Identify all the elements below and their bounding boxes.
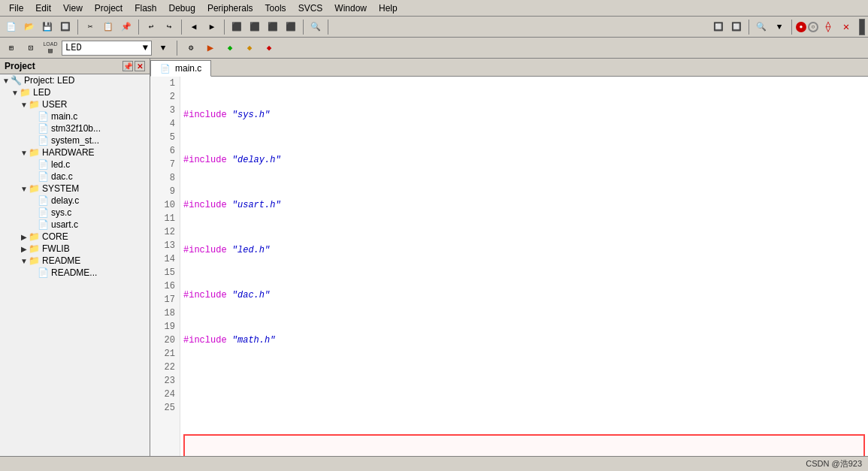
sys-c-icon: 📄	[38, 207, 49, 218]
tb-indent[interactable]: ⬛	[228, 19, 245, 35]
toolbar1: 📄 📂 💾 🔲 ✂ 📋 📌 ↩ ↪ ◀ ▶ ⬛ ⬛ ⬛ ⬛ 🔍 🔲 🔲 🔍 ▼ …	[0, 17, 868, 38]
tree-user-folder[interactable]: ▼ 📁 USER	[0, 98, 150, 110]
menu-edit[interactable]: Edit	[29, 2, 57, 15]
tb-paste[interactable]: 📌	[118, 19, 135, 35]
tb2-diamond2[interactable]: ◆	[241, 40, 258, 56]
tb-r4[interactable]: ▼	[771, 19, 788, 35]
toggle-user: ▼	[20, 101, 29, 109]
tb-redo[interactable]: ↪	[161, 19, 177, 35]
tb-undo[interactable]: ↩	[143, 19, 159, 35]
tb-r6[interactable]: ○	[808, 22, 818, 32]
tree-core-folder[interactable]: ▶ 📁 CORE	[0, 231, 150, 243]
tree-readme-folder[interactable]: ▼ 📁 README	[0, 255, 150, 267]
sidebar-titlebar: Project 📌 ✕	[0, 59, 150, 74]
sidebar-pin-icon[interactable]: 📌	[122, 61, 133, 71]
code-line-4: #include "led.h"	[183, 243, 865, 257]
project-dropdown[interactable]: LED ▼	[62, 41, 152, 56]
tree-readme-file[interactable]: 📄 README...	[0, 267, 150, 279]
menu-file[interactable]: File	[3, 2, 29, 15]
menu-svcs[interactable]: SVCS	[292, 2, 329, 15]
tb2-target[interactable]: ⊡	[23, 40, 39, 56]
menu-tools[interactable]: Tools	[259, 2, 292, 15]
code-line-1: #include "sys.h"	[183, 108, 865, 122]
tb-r1[interactable]: 🔲	[710, 19, 727, 35]
ln-11: 11	[155, 212, 175, 225]
tb-r5[interactable]: ●	[796, 22, 806, 32]
toggle-fwlib: ▶	[20, 245, 29, 253]
tb-r8[interactable]: ✕	[838, 19, 854, 35]
code-line-6: #include "math.h"	[183, 334, 865, 347]
tree-usart-c[interactable]: 📄 usart.c	[0, 219, 150, 231]
tb-back[interactable]: ◀	[186, 19, 202, 35]
tb-forward[interactable]: ▶	[204, 19, 220, 35]
tree-label-led: LED	[33, 87, 50, 98]
tb-save2[interactable]: 🔲	[57, 19, 74, 35]
ln-21: 21	[155, 347, 175, 361]
menu-peripherals[interactable]: Peripherals	[201, 2, 259, 15]
ln-15: 15	[155, 266, 175, 279]
tb2-down[interactable]: ▼	[155, 40, 171, 56]
tree-label-readme: README	[42, 255, 80, 266]
editor-area: 📄 main.c 1 2 3 4 5 6 7 8 9 10 11 12 13 1…	[150, 59, 868, 471]
tb-search[interactable]: 🔍	[307, 19, 324, 35]
tree-project-led[interactable]: ▼ 🔧 Project: LED	[0, 74, 150, 86]
tb2-run[interactable]: ▶	[202, 40, 219, 56]
str-4: "led.h"	[232, 243, 270, 257]
menu-window[interactable]: Window	[328, 2, 373, 15]
tb2-grid[interactable]: ⊞	[3, 40, 20, 56]
tree-hardware[interactable]: ▼ 📁 HARDWARE	[0, 146, 150, 159]
tb2-settings[interactable]: ⚙	[183, 40, 199, 56]
tb-open[interactable]: 📂	[21, 19, 38, 35]
tb-indent3[interactable]: ⬛	[265, 19, 281, 35]
tb2-load[interactable]: LOAD▤	[42, 40, 59, 56]
code-editor[interactable]: 1 2 3 4 5 6 7 8 9 10 11 12 13 14 15 16 1…	[150, 77, 868, 471]
menu-debug[interactable]: Debug	[163, 2, 201, 15]
ln-5: 5	[155, 131, 175, 144]
tree-led-c[interactable]: 📄 led.c	[0, 159, 150, 171]
code-line-5: #include "dac.h"	[183, 288, 865, 302]
tb-r2[interactable]: 🔲	[728, 19, 745, 35]
ln-20: 20	[155, 334, 175, 347]
tb2-diamond1[interactable]: ◆	[222, 40, 238, 56]
tree-system-folder[interactable]: ▼ 📁 SYSTEM	[0, 183, 150, 195]
tab-file-icon: 📄	[160, 64, 171, 74]
tb-copy[interactable]: 📋	[100, 19, 116, 35]
tree-led-root[interactable]: ▼ 📁 LED	[0, 86, 150, 98]
kw-include-4: #include	[183, 243, 232, 257]
tb2-diamond3[interactable]: ◆	[261, 40, 277, 56]
kw-include-3: #include	[183, 198, 232, 212]
dac-c-icon: 📄	[38, 171, 49, 182]
tree-dac-c[interactable]: 📄 dac.c	[0, 171, 150, 183]
tree-system-st[interactable]: 📄 system_st...	[0, 134, 150, 146]
statusbar: CSDN @浩923	[0, 456, 868, 471]
code-line-2: #include "delay.h"	[183, 153, 865, 167]
code-content[interactable]: #include "sys.h" #include "delay.h" #inc…	[180, 77, 868, 471]
tab-main-c[interactable]: 📄 main.c	[150, 60, 211, 77]
sep6	[328, 20, 328, 35]
tree-delay-c[interactable]: 📄 delay.c	[0, 195, 150, 207]
tb-r3[interactable]: 🔍	[753, 19, 770, 35]
ln-9: 9	[155, 185, 175, 198]
sidebar-close-icon[interactable]: ✕	[135, 61, 145, 71]
tb-indent4[interactable]: ⬛	[283, 19, 299, 35]
tab-label: main.c	[175, 63, 201, 74]
tree-label-hardware: HARDWARE	[42, 147, 95, 158]
tree-sys-c[interactable]: 📄 sys.c	[0, 207, 150, 219]
menu-help[interactable]: Help	[373, 2, 404, 15]
tb-new[interactable]: 📄	[3, 19, 20, 35]
code-line-7	[183, 379, 865, 392]
tb-save[interactable]: 💾	[39, 19, 56, 35]
tb-indent2[interactable]: ⬛	[246, 19, 263, 35]
menu-project[interactable]: Project	[89, 2, 129, 15]
ln-17: 17	[155, 293, 175, 306]
tree-fwlib-folder[interactable]: ▶ 📁 FWLIB	[0, 243, 150, 255]
kw-include-2: #include	[183, 153, 232, 167]
tree-main-c[interactable]: 📄 main.c	[0, 110, 150, 122]
menu-flash[interactable]: Flash	[129, 2, 162, 15]
tb-cut[interactable]: ✂	[82, 19, 98, 35]
tree-stm32[interactable]: 📄 stm32f10b...	[0, 122, 150, 134]
menu-view[interactable]: View	[57, 2, 89, 15]
tree-label-core: CORE	[42, 231, 68, 242]
tb-r7[interactable]: ⟠	[820, 19, 836, 35]
sep9	[177, 41, 177, 56]
